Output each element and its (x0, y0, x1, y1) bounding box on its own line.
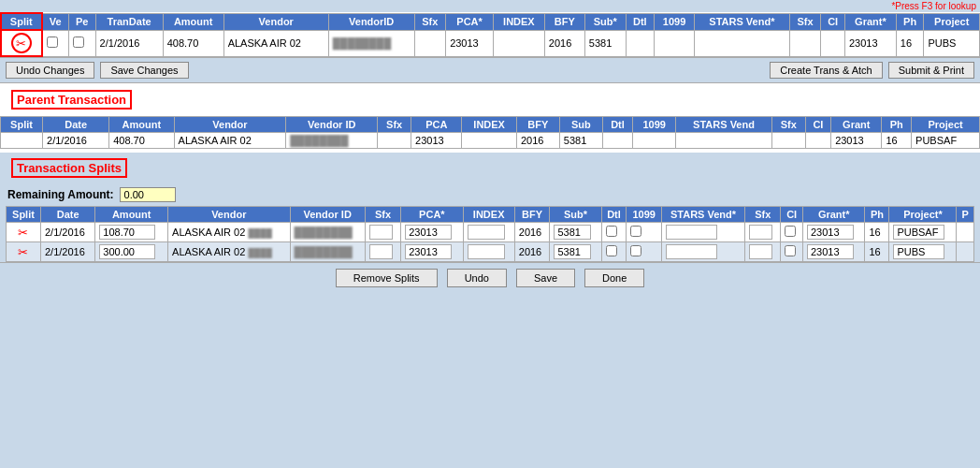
vendor-cell: ALASKA AIR 02 (223, 30, 328, 56)
st-project-1[interactable] (889, 242, 957, 262)
pca-cell: 23013 (446, 30, 494, 56)
ve-checkbox[interactable] (47, 37, 58, 48)
st-stars-1[interactable] (662, 242, 745, 262)
split-scissors-icon-0[interactable]: ✂ (18, 226, 28, 240)
st-project-input-0[interactable] (893, 225, 944, 240)
undo-changes-button[interactable]: Undo Changes (6, 62, 94, 79)
st-dtl-checkbox-1[interactable] (606, 245, 617, 256)
splits-table: Split Date Amount Vendor Vendor ID Sfx P… (6, 206, 974, 262)
col-ph: Ph (896, 13, 924, 30)
st-dtl-1[interactable] (601, 242, 627, 262)
ph-cell: 16 (896, 30, 924, 56)
st-pca-input-1[interactable] (405, 244, 452, 259)
st-col-project: Project* (889, 207, 957, 223)
splits-table-row: ✂ 2/1/2016 ALASKA AIR 02 ████ ████████ 2… (7, 242, 974, 262)
save-changes-button[interactable]: Save Changes (100, 62, 188, 79)
done-button[interactable]: Done (584, 269, 644, 287)
st-pca-input-0[interactable] (405, 225, 452, 240)
st-1099-1[interactable] (627, 242, 662, 262)
sub-cell: 5381 (584, 30, 626, 56)
col-pca: PCA* (446, 13, 494, 30)
st-sfx2-input-1[interactable] (749, 244, 772, 259)
st-col-date: Date (40, 207, 94, 223)
create-trans-button[interactable]: Create Trans & Atch (770, 62, 882, 79)
index-cell (494, 30, 545, 56)
remove-splits-button[interactable]: Remove Splits (336, 269, 438, 287)
pe-cell[interactable] (68, 30, 95, 56)
undo-button[interactable]: Undo (447, 269, 507, 287)
main-table-row: ✂ 2/1/2016 408.70 ALASKA AIR 02 ████████… (1, 30, 980, 56)
pt-col-sub: Sub (559, 117, 602, 133)
st-ci-checkbox-1[interactable] (785, 245, 796, 256)
ve-cell[interactable] (42, 30, 69, 56)
pt-split-cell (1, 133, 43, 149)
st-ci-1[interactable] (781, 242, 803, 262)
pt-col-dtl: Dtl (602, 117, 632, 133)
st-pca-1[interactable] (401, 242, 463, 262)
st-ci-0[interactable] (781, 223, 803, 242)
pt-col-stars-vend: STARS Vend (676, 117, 772, 133)
st-amount-1[interactable] (95, 242, 168, 262)
st-pca-0[interactable] (401, 223, 463, 242)
col-sub: Sub* (584, 13, 626, 30)
st-1099-checkbox-1[interactable] (630, 245, 641, 256)
st-sfx-input-0[interactable] (369, 225, 393, 240)
pt-project-cell: PUBSAF (912, 133, 980, 149)
save-button[interactable]: Save (516, 269, 575, 287)
st-vendor-1: ALASKA AIR 02 ████ (168, 242, 290, 262)
st-dtl-checkbox-0[interactable] (606, 226, 617, 237)
st-sub-1[interactable] (550, 242, 601, 262)
pt-date-cell: 2/1/2016 (43, 133, 109, 149)
transaction-splits-label: Transaction Splits (11, 158, 127, 178)
col-sfx: Sfx (414, 13, 446, 30)
st-1099-checkbox-0[interactable] (630, 226, 641, 237)
st-index-0[interactable] (463, 223, 514, 242)
st-col-1099: 1099 (627, 207, 662, 223)
st-amount-input-0[interactable] (99, 225, 155, 240)
pt-ci-cell (805, 133, 830, 149)
st-stars-input-1[interactable] (666, 244, 717, 259)
st-sfx-1[interactable] (365, 242, 400, 262)
st-sfx2-input-0[interactable] (749, 225, 772, 240)
st-stars-input-0[interactable] (666, 225, 717, 240)
st-amount-input-1[interactable] (99, 244, 155, 259)
st-sub-input-1[interactable] (554, 244, 591, 259)
st-sfx2-0[interactable] (745, 223, 781, 242)
project-cell: PUBS (924, 30, 980, 56)
submit-print-button[interactable]: Submit & Print (888, 62, 974, 79)
split-scissors-icon[interactable]: ✂ (11, 33, 32, 53)
1099-cell (655, 30, 695, 56)
st-dtl-0[interactable] (601, 223, 627, 242)
st-sfx2-1[interactable] (745, 242, 781, 262)
parent-transaction-section: Parent Transaction Split Date Amount Ven… (0, 83, 980, 153)
pt-col-vendor: Vendor (174, 117, 286, 133)
st-1099-0[interactable] (627, 223, 662, 242)
st-vendor-0: ALASKA AIR 02 ████ (168, 223, 290, 242)
st-col-sfx: Sfx (365, 207, 400, 223)
st-project-0[interactable] (889, 223, 957, 242)
st-amount-0[interactable] (95, 223, 168, 242)
split-scissors-icon-1[interactable]: ✂ (18, 245, 28, 259)
st-grant-1[interactable] (802, 242, 864, 262)
col-split: Split (1, 13, 42, 30)
st-stars-0[interactable] (662, 223, 745, 242)
pe-checkbox[interactable] (73, 37, 84, 48)
remaining-amount-label: Remaining Amount: (7, 188, 114, 201)
st-sfx-0[interactable] (365, 223, 400, 242)
col-trandate: TranDate (95, 13, 163, 30)
st-sub-0[interactable] (550, 223, 601, 242)
st-sub-input-0[interactable] (554, 225, 591, 240)
st-grant-input-0[interactable] (807, 225, 854, 240)
st-index-1[interactable] (463, 242, 514, 262)
st-sfx-input-1[interactable] (369, 244, 393, 259)
st-ci-checkbox-0[interactable] (785, 226, 796, 237)
st-grant-input-1[interactable] (807, 244, 854, 259)
st-col-vendorid: Vendor ID (290, 207, 365, 223)
st-index-input-0[interactable] (468, 225, 505, 240)
st-ph-1: 16 (865, 242, 889, 262)
st-grant-0[interactable] (802, 223, 864, 242)
remaining-amount-input[interactable] (120, 187, 176, 202)
pt-bfy-cell: 2016 (516, 133, 559, 149)
st-index-input-1[interactable] (468, 244, 505, 259)
st-project-input-1[interactable] (893, 244, 944, 259)
